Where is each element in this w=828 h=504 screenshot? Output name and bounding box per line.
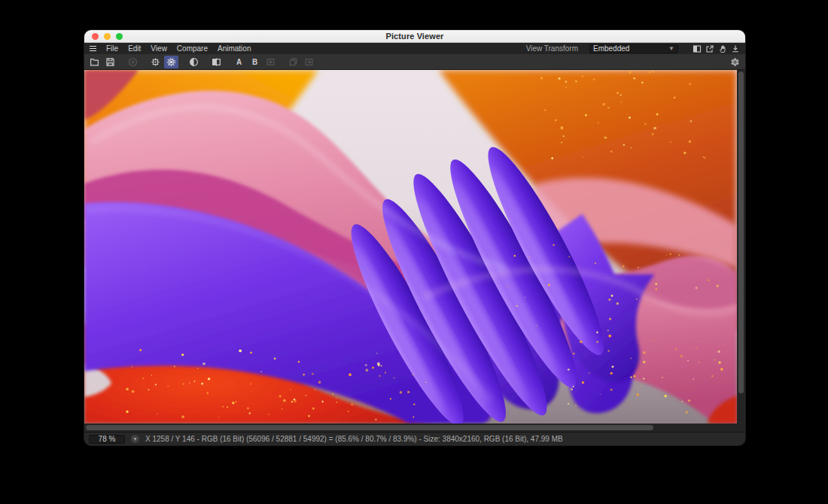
ab-split-compare-icon[interactable]	[209, 56, 224, 68]
toolbar: A B	[84, 54, 745, 70]
set-compare-icon[interactable]	[263, 56, 278, 68]
abstract-render-artwork	[84, 70, 737, 424]
view-transform-value: Embedded	[593, 44, 629, 53]
desktop-background: Picture Viewer File Edit View Compare An…	[0, 0, 828, 504]
picture-viewer-window: Picture Viewer File Edit View Compare An…	[84, 30, 745, 445]
copy-image-icon[interactable]	[286, 56, 300, 68]
menu-edit[interactable]: Edit	[128, 44, 141, 53]
title-bar[interactable]: Picture Viewer	[84, 30, 745, 43]
rendered-image[interactable]	[84, 70, 737, 424]
b-slot-button[interactable]: B	[248, 56, 262, 68]
pan-hand-icon[interactable]	[718, 44, 727, 53]
scrollbar-corner	[737, 424, 745, 432]
close-image-icon[interactable]	[126, 56, 140, 68]
menu-bar: File Edit View Compare Animation View Tr…	[84, 43, 745, 54]
a-slot-button[interactable]: A	[232, 56, 246, 68]
view-transform-dropdown[interactable]: Embedded ▼	[589, 44, 678, 53]
chevron-down-icon: ▼	[668, 46, 674, 52]
open-folder-icon[interactable]	[87, 56, 102, 68]
palette-flower-icon[interactable]	[728, 56, 742, 68]
pixel-info-text: X 1258 / Y 146 - RGB (16 Bit) (56096 / 5…	[145, 435, 563, 443]
horizontal-scrollbar-thumb[interactable]	[86, 425, 653, 430]
zoom-dropdown-icon[interactable]: ▼	[131, 435, 139, 443]
status-bar: 78 % ▼ X 1258 / Y 146 - RGB (16 Bit) (56…	[84, 432, 745, 445]
menu-compare[interactable]: Compare	[177, 44, 208, 53]
export-image-icon[interactable]	[302, 56, 316, 68]
menu-hamburger-icon[interactable]	[90, 46, 96, 51]
window-title: Picture Viewer	[84, 32, 745, 41]
split-view-icon[interactable]	[693, 44, 702, 53]
contrast-icon[interactable]	[187, 56, 201, 68]
menu-animation[interactable]: Animation	[218, 44, 251, 53]
view-transform-label: View Transform	[526, 44, 578, 53]
render-settings-icon[interactable]	[148, 56, 163, 68]
open-new-window-icon[interactable]	[705, 44, 714, 53]
horizontal-scrollbar[interactable]	[84, 424, 737, 432]
zoom-level-field[interactable]: 78 %	[89, 435, 125, 444]
dock-down-icon[interactable]	[731, 44, 740, 53]
filter-settings-icon[interactable]	[164, 56, 178, 68]
vertical-scrollbar-thumb[interactable]	[738, 71, 744, 393]
save-icon[interactable]	[103, 56, 117, 68]
image-viewport	[84, 70, 745, 432]
menu-file[interactable]: File	[106, 44, 118, 53]
menu-view[interactable]: View	[151, 44, 167, 53]
vertical-scrollbar[interactable]	[737, 70, 745, 424]
